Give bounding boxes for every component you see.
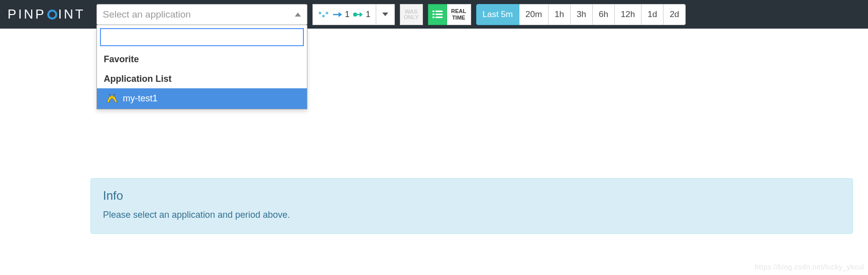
application-search-input[interactable] (100, 28, 304, 46)
svg-point-7 (353, 13, 357, 17)
time-range-6h[interactable]: 6h (593, 4, 615, 25)
svg-point-0 (111, 96, 112, 97)
logo-dot-icon (47, 10, 57, 20)
dots-icon (318, 11, 329, 18)
depth-dropdown-toggle[interactable] (376, 4, 395, 25)
topbar: PINPINT Select an application Favorite A… (0, 0, 868, 29)
application-dropdown: Favorite Application List my-test1 (96, 25, 307, 109)
list-icon (432, 10, 443, 19)
chevron-up-icon (295, 13, 301, 17)
logo[interactable]: PINPINT (8, 7, 85, 22)
time-range-1h[interactable]: 1h (549, 4, 571, 25)
time-range-last5m[interactable]: Last 5m (476, 4, 519, 25)
svg-point-4 (325, 12, 328, 14)
info-panel: Info Please select an application and pe… (90, 178, 853, 234)
dropdown-section-applist: Application List (97, 69, 307, 88)
svg-point-2 (318, 12, 321, 14)
depth-control: 1 1 (312, 4, 395, 25)
application-select: Select an application Favorite Applicati… (96, 4, 307, 25)
svg-point-1 (113, 96, 114, 97)
time-range-3h[interactable]: 3h (571, 4, 593, 25)
application-item-label: my-test1 (123, 93, 158, 104)
svg-point-3 (322, 15, 324, 17)
svg-rect-11 (436, 11, 443, 12)
svg-rect-14 (432, 17, 435, 18)
outbound-depth-value: 1 (366, 10, 370, 20)
view-mode-group: REAL TIME (428, 4, 471, 25)
svg-rect-13 (436, 14, 443, 15)
caret-down-icon (382, 13, 388, 16)
realtime-toggle[interactable]: REAL TIME (447, 4, 471, 25)
tomcat-icon (106, 93, 118, 103)
time-range-20m[interactable]: 20m (519, 4, 549, 25)
time-range-12h[interactable]: 12h (615, 4, 641, 25)
application-item-my-test1[interactable]: my-test1 (97, 88, 307, 109)
dropdown-section-favorite: Favorite (97, 49, 307, 69)
inbound-depth-value: 1 (345, 10, 350, 20)
arrow-right-blue-icon (332, 11, 342, 18)
application-select-toggle[interactable]: Select an application (96, 4, 307, 25)
application-select-placeholder: Select an application (103, 9, 191, 20)
time-range-selector: Last 5m20m1h3h6h12h1d2d (476, 4, 686, 25)
svg-marker-6 (339, 12, 342, 17)
arrow-right-teal-icon (353, 11, 363, 18)
svg-rect-10 (432, 11, 435, 12)
was-only-toggle[interactable]: WAS ONLY (400, 4, 423, 25)
svg-marker-9 (360, 12, 363, 17)
time-range-2d[interactable]: 2d (664, 4, 686, 25)
svg-rect-15 (436, 17, 443, 18)
depth-display: 1 1 (312, 4, 376, 25)
svg-rect-12 (432, 14, 435, 15)
watermark: https://blog.csdn.net/lucky_ykcul (755, 263, 864, 271)
server-map-button[interactable] (428, 4, 447, 25)
info-title: Info (103, 189, 840, 203)
time-range-1d[interactable]: 1d (641, 4, 664, 25)
info-body: Please select an application and period … (103, 210, 840, 220)
